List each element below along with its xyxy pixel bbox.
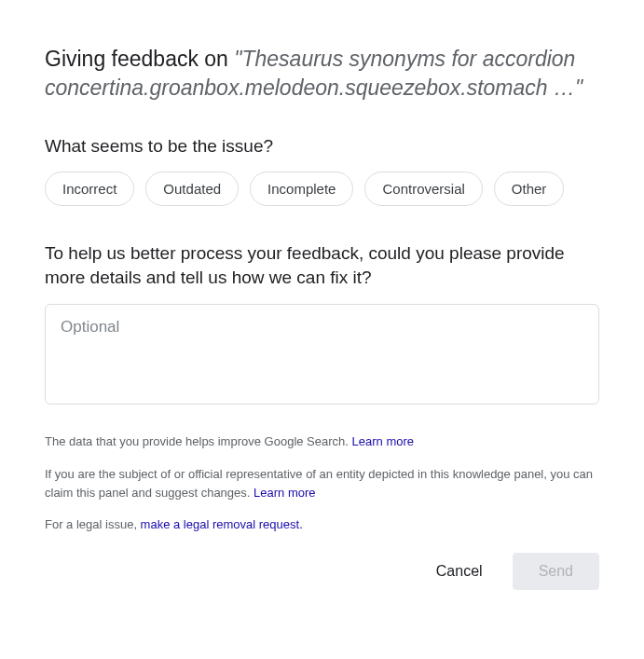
feedback-title: Giving feedback on "Thesaurus synonyms f…	[45, 45, 599, 103]
disclaimer-data-text: The data that you provide helps improve …	[45, 434, 352, 448]
details-label: To help us better process your feedback,…	[45, 241, 599, 289]
chip-controversial[interactable]: Controversial	[364, 172, 482, 206]
action-row: Cancel Send	[45, 553, 599, 590]
learn-more-link-1[interactable]: Learn more	[352, 434, 414, 448]
chip-outdated[interactable]: Outdated	[145, 172, 239, 206]
legal-removal-link[interactable]: make a legal removal request.	[141, 517, 303, 531]
disclaimer-legal-text: For a legal issue,	[45, 517, 141, 531]
cancel-button[interactable]: Cancel	[419, 554, 500, 589]
disclaimer-data: The data that you provide helps improve …	[45, 432, 599, 451]
disclaimer-claim-text: If you are the subject of or official re…	[45, 467, 593, 500]
send-button[interactable]: Send	[513, 553, 599, 590]
learn-more-link-2[interactable]: Learn more	[253, 486, 315, 500]
disclaimer-legal: For a legal issue, make a legal removal …	[45, 515, 599, 534]
title-prefix: Giving feedback on	[45, 47, 234, 71]
chip-incorrect[interactable]: Incorrect	[45, 172, 134, 206]
chip-other[interactable]: Other	[494, 172, 565, 206]
issue-chip-group: Incorrect Outdated Incomplete Controvers…	[45, 172, 599, 206]
chip-incomplete[interactable]: Incomplete	[250, 172, 353, 206]
disclaimer-claim: If you are the subject of or official re…	[45, 465, 599, 502]
issue-label: What seems to be the issue?	[45, 136, 599, 157]
details-textarea[interactable]	[45, 304, 599, 405]
